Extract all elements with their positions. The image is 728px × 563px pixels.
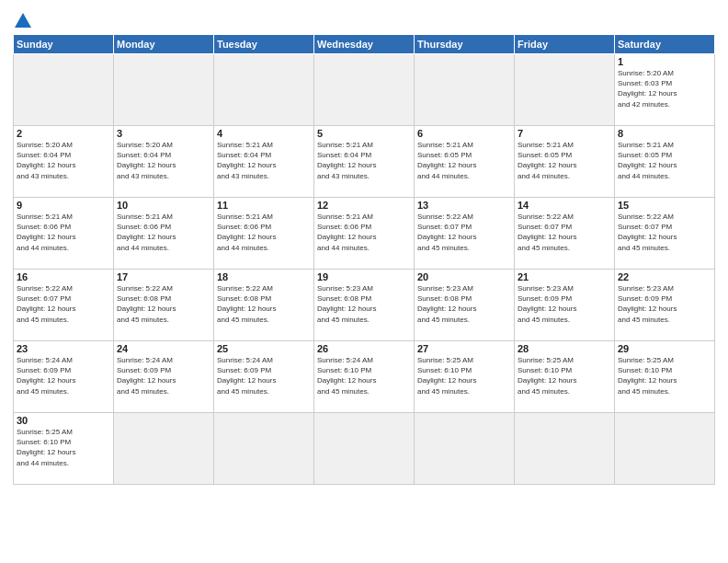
day-info: Sunrise: 5:22 AM Sunset: 6:07 PM Dayligh… — [417, 212, 511, 253]
day-info: Sunrise: 5:23 AM Sunset: 6:09 PM Dayligh… — [618, 283, 711, 325]
calendar-cell: 10Sunrise: 5:21 AM Sunset: 6:06 PM Dayli… — [114, 198, 214, 270]
day-info: Sunrise: 5:23 AM Sunset: 6:08 PM Dayligh… — [417, 283, 511, 325]
calendar-row: 1Sunrise: 5:20 AM Sunset: 6:03 PM Daylig… — [14, 54, 715, 126]
calendar-cell: 30Sunrise: 5:25 AM Sunset: 6:10 PM Dayli… — [14, 413, 114, 485]
day-number: 28 — [518, 343, 611, 354]
calendar-cell: 28Sunrise: 5:25 AM Sunset: 6:10 PM Dayli… — [515, 341, 615, 413]
day-info: Sunrise: 5:23 AM Sunset: 6:08 PM Dayligh… — [317, 283, 411, 325]
day-info: Sunrise: 5:25 AM Sunset: 6:10 PM Dayligh… — [518, 355, 611, 396]
day-number: 17 — [117, 271, 210, 282]
day-info: Sunrise: 5:25 AM Sunset: 6:10 PM Dayligh… — [618, 355, 711, 396]
calendar-cell: 15Sunrise: 5:22 AM Sunset: 6:07 PM Dayli… — [615, 198, 715, 270]
day-number: 3 — [117, 128, 210, 139]
day-info: Sunrise: 5:21 AM Sunset: 6:06 PM Dayligh… — [317, 212, 411, 253]
day-number: 22 — [618, 271, 711, 282]
weekday-header-saturday: Saturday — [615, 35, 715, 54]
day-info: Sunrise: 5:23 AM Sunset: 6:09 PM Dayligh… — [518, 283, 611, 325]
day-number: 14 — [518, 200, 611, 211]
weekday-header-monday: Monday — [114, 35, 214, 54]
calendar-cell — [515, 54, 615, 126]
calendar-cell: 23Sunrise: 5:24 AM Sunset: 6:09 PM Dayli… — [14, 341, 114, 413]
calendar-row: 16Sunrise: 5:22 AM Sunset: 6:07 PM Dayli… — [14, 270, 715, 341]
calendar-cell: 11Sunrise: 5:21 AM Sunset: 6:06 PM Dayli… — [214, 198, 314, 270]
weekday-header-thursday: Thursday — [415, 35, 515, 54]
calendar-cell: 9Sunrise: 5:21 AM Sunset: 6:06 PM Daylig… — [14, 198, 114, 270]
calendar-cell: 1Sunrise: 5:20 AM Sunset: 6:03 PM Daylig… — [615, 54, 715, 126]
day-info: Sunrise: 5:20 AM Sunset: 6:03 PM Dayligh… — [618, 68, 711, 109]
calendar-cell: 13Sunrise: 5:22 AM Sunset: 6:07 PM Dayli… — [415, 198, 515, 270]
calendar-cell — [214, 413, 314, 485]
day-info: Sunrise: 5:20 AM Sunset: 6:04 PM Dayligh… — [17, 140, 110, 181]
calendar-cell: 8Sunrise: 5:21 AM Sunset: 6:05 PM Daylig… — [615, 126, 715, 198]
calendar-cell — [214, 54, 314, 126]
day-info: Sunrise: 5:21 AM Sunset: 6:05 PM Dayligh… — [518, 140, 611, 181]
day-number: 13 — [417, 200, 511, 211]
calendar-cell: 7Sunrise: 5:21 AM Sunset: 6:05 PM Daylig… — [515, 126, 615, 198]
day-number: 24 — [117, 343, 210, 354]
day-number: 8 — [618, 128, 711, 139]
calendar-row: 9Sunrise: 5:21 AM Sunset: 6:06 PM Daylig… — [14, 198, 715, 270]
logo-area — [13, 13, 31, 29]
day-info: Sunrise: 5:21 AM Sunset: 6:06 PM Dayligh… — [217, 212, 311, 253]
day-number: 5 — [317, 128, 411, 139]
day-number: 12 — [317, 200, 411, 211]
day-info: Sunrise: 5:22 AM Sunset: 6:07 PM Dayligh… — [618, 212, 711, 253]
day-number: 9 — [17, 200, 110, 211]
calendar-cell: 22Sunrise: 5:23 AM Sunset: 6:09 PM Dayli… — [615, 270, 715, 341]
day-number: 2 — [17, 128, 110, 139]
day-info: Sunrise: 5:20 AM Sunset: 6:04 PM Dayligh… — [117, 140, 210, 181]
calendar-row: 30Sunrise: 5:25 AM Sunset: 6:10 PM Dayli… — [14, 413, 715, 485]
day-info: Sunrise: 5:24 AM Sunset: 6:09 PM Dayligh… — [17, 355, 110, 396]
day-info: Sunrise: 5:24 AM Sunset: 6:09 PM Dayligh… — [217, 355, 311, 396]
day-info: Sunrise: 5:21 AM Sunset: 6:06 PM Dayligh… — [17, 212, 110, 253]
weekday-header-row: SundayMondayTuesdayWednesdayThursdayFrid… — [14, 35, 715, 54]
weekday-header-tuesday: Tuesday — [214, 35, 314, 54]
day-number: 11 — [217, 200, 311, 211]
day-info: Sunrise: 5:21 AM Sunset: 6:05 PM Dayligh… — [618, 140, 711, 181]
day-info: Sunrise: 5:25 AM Sunset: 6:10 PM Dayligh… — [17, 427, 110, 468]
day-info: Sunrise: 5:24 AM Sunset: 6:09 PM Dayligh… — [117, 355, 210, 396]
day-number: 4 — [217, 128, 311, 139]
calendar-cell: 25Sunrise: 5:24 AM Sunset: 6:09 PM Dayli… — [214, 341, 314, 413]
day-info: Sunrise: 5:21 AM Sunset: 6:06 PM Dayligh… — [117, 212, 210, 253]
calendar-cell — [615, 413, 715, 485]
day-info: Sunrise: 5:22 AM Sunset: 6:07 PM Dayligh… — [518, 212, 611, 253]
logo-text — [13, 13, 31, 29]
calendar-cell — [14, 54, 114, 126]
day-info: Sunrise: 5:24 AM Sunset: 6:10 PM Dayligh… — [317, 355, 411, 396]
calendar-cell: 24Sunrise: 5:24 AM Sunset: 6:09 PM Dayli… — [114, 341, 214, 413]
calendar-cell: 29Sunrise: 5:25 AM Sunset: 6:10 PM Dayli… — [615, 341, 715, 413]
calendar-cell — [314, 413, 415, 485]
logo-triangle-icon — [15, 13, 31, 28]
day-number: 26 — [317, 343, 411, 354]
calendar-cell: 16Sunrise: 5:22 AM Sunset: 6:07 PM Dayli… — [14, 270, 114, 341]
day-number: 10 — [117, 200, 210, 211]
calendar-cell — [415, 413, 515, 485]
day-info: Sunrise: 5:25 AM Sunset: 6:10 PM Dayligh… — [417, 355, 511, 396]
calendar-cell: 17Sunrise: 5:22 AM Sunset: 6:08 PM Dayli… — [114, 270, 214, 341]
header — [13, 9, 715, 29]
day-number: 6 — [417, 128, 511, 139]
day-info: Sunrise: 5:21 AM Sunset: 6:04 PM Dayligh… — [217, 140, 311, 181]
day-info: Sunrise: 5:21 AM Sunset: 6:05 PM Dayligh… — [417, 140, 511, 181]
day-info: Sunrise: 5:21 AM Sunset: 6:04 PM Dayligh… — [317, 140, 411, 181]
day-number: 20 — [417, 271, 511, 282]
calendar: SundayMondayTuesdayWednesdayThursdayFrid… — [13, 34, 715, 485]
weekday-header-friday: Friday — [515, 35, 615, 54]
calendar-cell: 19Sunrise: 5:23 AM Sunset: 6:08 PM Dayli… — [314, 270, 415, 341]
calendar-cell: 18Sunrise: 5:22 AM Sunset: 6:08 PM Dayli… — [214, 270, 314, 341]
calendar-cell: 3Sunrise: 5:20 AM Sunset: 6:04 PM Daylig… — [114, 126, 214, 198]
calendar-cell: 12Sunrise: 5:21 AM Sunset: 6:06 PM Dayli… — [314, 198, 415, 270]
calendar-row: 23Sunrise: 5:24 AM Sunset: 6:09 PM Dayli… — [14, 341, 715, 413]
calendar-cell: 5Sunrise: 5:21 AM Sunset: 6:04 PM Daylig… — [314, 126, 415, 198]
day-number: 19 — [317, 271, 411, 282]
day-number: 30 — [17, 415, 110, 426]
calendar-cell: 4Sunrise: 5:21 AM Sunset: 6:04 PM Daylig… — [214, 126, 314, 198]
day-number: 27 — [417, 343, 511, 354]
calendar-cell: 20Sunrise: 5:23 AM Sunset: 6:08 PM Dayli… — [415, 270, 515, 341]
calendar-cell — [515, 413, 615, 485]
day-number: 1 — [618, 56, 711, 67]
calendar-cell — [114, 413, 214, 485]
day-number: 23 — [17, 343, 110, 354]
day-number: 16 — [17, 271, 110, 282]
